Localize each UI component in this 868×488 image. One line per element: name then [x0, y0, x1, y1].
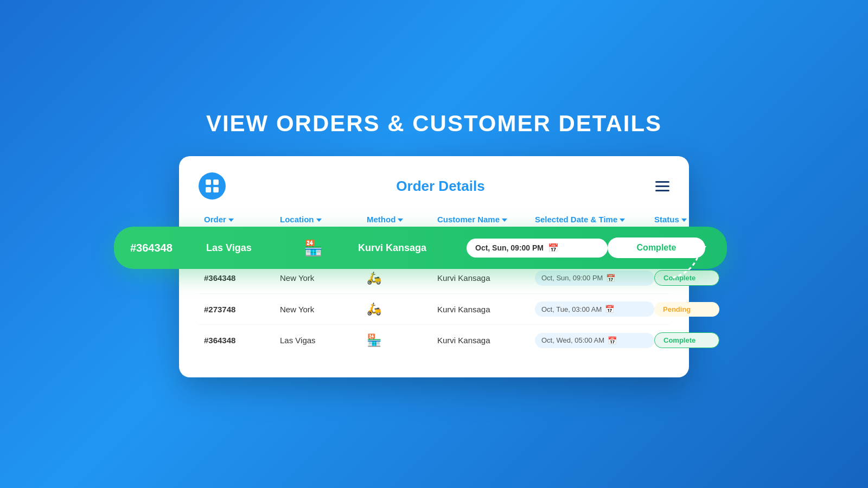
col-customer-name[interactable]: Customer Name: [437, 215, 535, 224]
calendar-icon: 📅: [605, 305, 614, 313]
dashed-arrow: [667, 240, 711, 285]
date-badge: Oct, Wed, 05:00 AM 📅: [535, 333, 654, 348]
customer-name: Kurvi Kansaga: [437, 305, 535, 314]
order-chevron-icon: [228, 219, 234, 222]
table-row: #364348 Las Vigas 🏪 Kurvi Kansaga Oct, W…: [199, 325, 669, 356]
col-method[interactable]: Method: [367, 215, 437, 224]
svg-rect-1: [206, 179, 211, 185]
calendar-icon: 📅: [606, 274, 615, 282]
date-text: Oct, Wed, 05:00 AM: [541, 336, 604, 344]
method-icon: 🏪: [367, 333, 437, 348]
svg-marker-0: [697, 245, 706, 252]
calendar-icon: 📅: [608, 336, 617, 345]
date-text: Oct, Tue, 03:00 AM: [541, 305, 602, 313]
order-number: #364348: [204, 336, 280, 345]
card-header: Order Details: [199, 172, 669, 200]
method-chevron-icon: [398, 219, 403, 222]
svg-rect-2: [213, 179, 219, 185]
customer-chevron-icon: [502, 219, 507, 222]
highlighted-row: #364348 Las Vigas 🏪 Kurvi Kansaga Oct, S…: [114, 227, 727, 269]
date-badge: Oct, Tue, 03:00 AM 📅: [535, 301, 654, 317]
date-badge: Oct, Sun, 09:00 PM 📅: [535, 271, 654, 286]
order-location: New York: [280, 273, 367, 282]
hamburger-menu[interactable]: [655, 181, 669, 191]
app-logo: [199, 172, 226, 200]
customer-name: Kurvi Kansaga: [437, 273, 535, 282]
table-row: #273748 New York 🛵 Kurvi Kansaga Oct, Tu…: [199, 294, 669, 325]
method-icon: 🛵: [367, 271, 437, 285]
floating-date-badge: Oct, Sun, 09:00 PM 📅: [467, 239, 608, 258]
col-location[interactable]: Location: [280, 215, 367, 224]
status-badge: Complete: [654, 332, 719, 348]
location-chevron-icon: [316, 219, 322, 222]
method-icon: 🛵: [367, 302, 437, 316]
date-chevron-icon: [620, 219, 625, 222]
svg-rect-4: [213, 187, 219, 192]
customer-name: Kurvi Kansaga: [437, 336, 535, 345]
status-chevron-icon: [681, 219, 687, 222]
floating-customer-name: Kurvi Kansaga: [358, 242, 467, 254]
col-order[interactable]: Order: [204, 215, 280, 224]
floating-order-num: #364348: [130, 242, 206, 254]
svg-rect-3: [206, 187, 211, 192]
floating-date-text: Oct, Sun, 09:00 PM: [475, 243, 544, 252]
order-location: New York: [280, 305, 367, 314]
status-badge: Pending: [654, 302, 719, 317]
order-number: #364348: [204, 273, 280, 282]
col-status[interactable]: Status: [654, 215, 719, 224]
floating-method-icon: 🏪: [304, 239, 358, 257]
floating-location: Las Vigas: [206, 242, 304, 254]
page-title: VIEW ORDERS & CUSTOMER DETAILS: [206, 111, 662, 137]
card-title: Order Details: [396, 178, 484, 195]
order-location: Las Vigas: [280, 336, 367, 345]
date-text: Oct, Sun, 09:00 PM: [541, 274, 603, 282]
order-number: #273748: [204, 305, 280, 314]
floating-calendar-icon: 📅: [548, 243, 559, 253]
col-selected-date-time[interactable]: Selected Date & Time: [535, 215, 654, 224]
order-details-card: #364348 Las Vigas 🏪 Kurvi Kansaga Oct, S…: [179, 156, 689, 377]
